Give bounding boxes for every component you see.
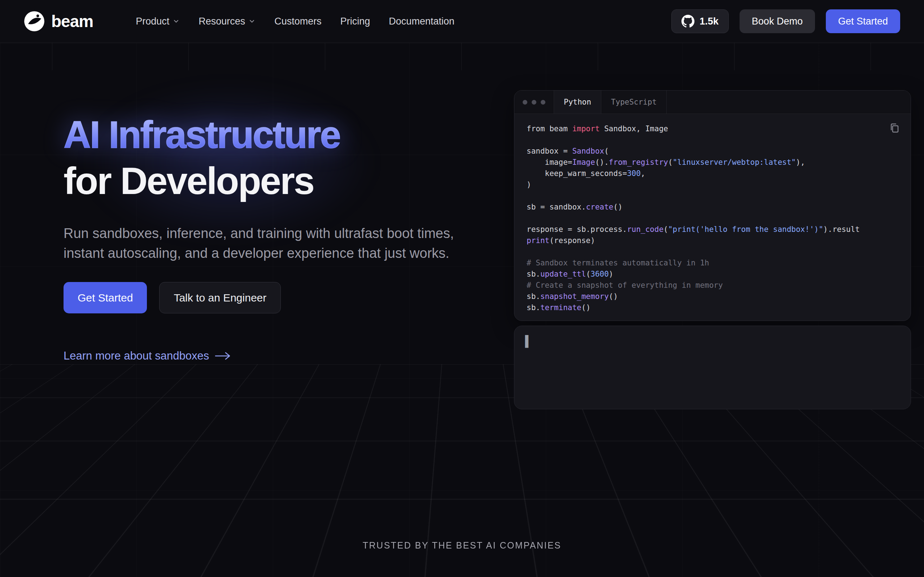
top-nav: beam Product Resources Customers Pricing… [0, 0, 924, 43]
code-line: from beam import Sandbox, Image [527, 123, 898, 134]
code-line: # Sandbox terminates automatically in 1h [527, 258, 898, 269]
get-started-button[interactable]: Get Started [63, 282, 147, 313]
hero-section: AI Infrastructure for Developers Run san… [63, 112, 500, 363]
brand-name: beam [51, 11, 93, 31]
brand-logo[interactable]: beam [23, 10, 93, 32]
hero-subtitle: Run sandboxes, inference, and training w… [63, 224, 475, 263]
nav-actions: 1.5k Book Demo Get Started [671, 10, 900, 33]
hero-cta-row: Get Started Talk to an Engineer [63, 282, 500, 313]
github-icon [682, 15, 695, 28]
window-dot [531, 100, 536, 105]
code-line: sb.update_ttl(3600) [527, 269, 898, 280]
window-dot [523, 100, 527, 105]
code-lines: from beam import Sandbox, Image sandbox … [527, 123, 898, 313]
chevron-down-icon [173, 18, 180, 25]
window-dot [541, 100, 545, 105]
nav-item-product[interactable]: Product [136, 16, 180, 27]
code-line: sb.snapshot_memory() [527, 291, 898, 302]
terminal-cursor: ▌ [525, 335, 531, 348]
code-example-card: Python TypeScript from beam import Sandb… [514, 90, 911, 321]
talk-to-engineer-button[interactable]: Talk to an Engineer [159, 282, 281, 313]
code-line: response = sb.process.run_code("print('h… [527, 224, 898, 235]
get-started-nav-button[interactable]: Get Started [826, 10, 900, 33]
code-line [527, 246, 898, 258]
nav-item-label: Documentation [389, 16, 454, 27]
code-line [527, 134, 898, 146]
nav-item-resources[interactable]: Resources [199, 16, 255, 27]
code-line: ) [527, 179, 898, 190]
learn-more-link[interactable]: Learn more about sandboxes [63, 350, 231, 363]
nav-item-customers[interactable]: Customers [274, 16, 321, 27]
beam-logo-icon [23, 10, 45, 32]
terminal-panel[interactable]: ▌ [514, 326, 911, 409]
nav-item-label: Pricing [340, 16, 370, 27]
tab-python[interactable]: Python [554, 90, 601, 114]
code-line: print(response) [527, 235, 898, 246]
title-line-1: AI Infrastructure [63, 112, 340, 158]
chevron-down-icon [248, 18, 255, 25]
code-line: # Create a snapshot of everything in mem… [527, 280, 898, 291]
nav-item-label: Customers [274, 16, 321, 27]
code-line: sandbox = Sandbox( [527, 146, 898, 157]
trusted-by-heading: TRUSTED BY THE BEST AI COMPANIES [0, 540, 924, 551]
nav-item-label: Resources [199, 16, 245, 27]
nav-item-documentation[interactable]: Documentation [389, 16, 454, 27]
top-tick-grid [0, 43, 924, 70]
title-line-2: for Developers [63, 160, 313, 202]
nav-item-pricing[interactable]: Pricing [340, 16, 370, 27]
code-line [527, 190, 898, 201]
window-dots [514, 90, 554, 114]
code-line [527, 213, 898, 224]
page-title: AI Infrastructure for Developers [63, 112, 500, 204]
copy-code-icon[interactable] [889, 122, 900, 134]
code-line: sb.terminate() [527, 302, 898, 313]
arrow-right-icon [215, 351, 231, 361]
nav-links: Product Resources Customers Pricing Docu… [136, 16, 454, 27]
code-body: from beam import Sandbox, Image sandbox … [514, 114, 911, 321]
nav-item-label: Product [136, 16, 169, 27]
code-line: keep_warm_seconds=300, [527, 168, 898, 179]
code-card-header: Python TypeScript [514, 90, 911, 114]
github-stars-button[interactable]: 1.5k [671, 10, 729, 33]
tab-typescript[interactable]: TypeScript [601, 90, 667, 114]
code-line: sb = sandbox.create() [527, 201, 898, 213]
book-demo-button[interactable]: Book Demo [740, 10, 815, 33]
github-star-count: 1.5k [699, 16, 719, 27]
code-line: image=Image().from_registry("linuxserver… [527, 157, 898, 168]
learn-more-label: Learn more about sandboxes [63, 350, 209, 363]
